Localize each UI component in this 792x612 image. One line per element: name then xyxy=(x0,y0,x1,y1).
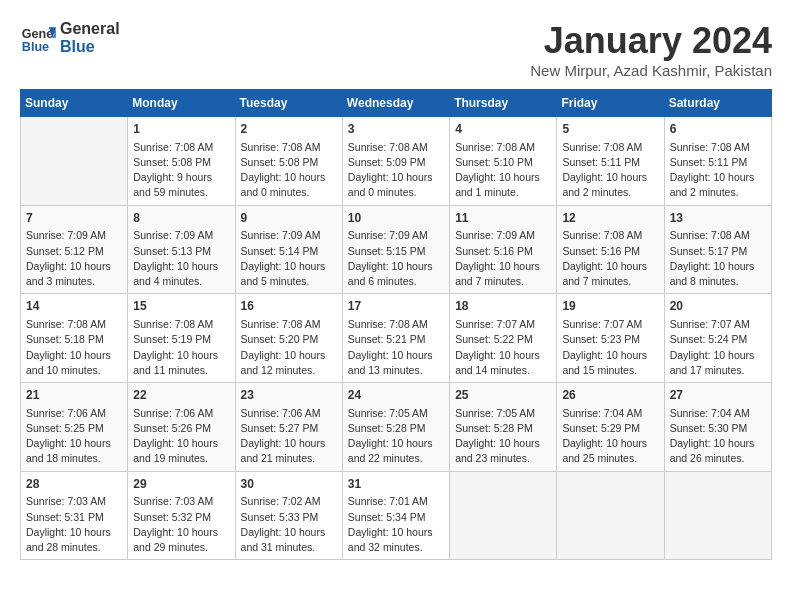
day-cell: 1Sunrise: 7:08 AM Sunset: 5:08 PM Daylig… xyxy=(128,117,235,206)
day-number: 4 xyxy=(455,121,551,138)
logo-blue: Blue xyxy=(60,38,120,56)
day-number: 10 xyxy=(348,210,444,227)
logo: General Blue General Blue xyxy=(20,20,120,56)
day-info: Sunrise: 7:08 AM Sunset: 5:20 PM Dayligh… xyxy=(241,317,337,378)
day-info: Sunrise: 7:06 AM Sunset: 5:26 PM Dayligh… xyxy=(133,406,229,467)
day-info: Sunrise: 7:09 AM Sunset: 5:15 PM Dayligh… xyxy=(348,228,444,289)
logo-icon: General Blue xyxy=(20,20,56,56)
day-number: 6 xyxy=(670,121,766,138)
day-number: 29 xyxy=(133,476,229,493)
day-info: Sunrise: 7:09 AM Sunset: 5:16 PM Dayligh… xyxy=(455,228,551,289)
logo-general: General xyxy=(60,20,120,38)
day-cell: 9Sunrise: 7:09 AM Sunset: 5:14 PM Daylig… xyxy=(235,205,342,294)
day-cell: 11Sunrise: 7:09 AM Sunset: 5:16 PM Dayli… xyxy=(450,205,557,294)
day-cell: 31Sunrise: 7:01 AM Sunset: 5:34 PM Dayli… xyxy=(342,471,449,560)
header-cell-thursday: Thursday xyxy=(450,90,557,117)
day-cell: 25Sunrise: 7:05 AM Sunset: 5:28 PM Dayli… xyxy=(450,383,557,472)
day-cell: 19Sunrise: 7:07 AM Sunset: 5:23 PM Dayli… xyxy=(557,294,664,383)
day-cell: 28Sunrise: 7:03 AM Sunset: 5:31 PM Dayli… xyxy=(21,471,128,560)
day-info: Sunrise: 7:02 AM Sunset: 5:33 PM Dayligh… xyxy=(241,494,337,555)
day-number: 26 xyxy=(562,387,658,404)
header-cell-tuesday: Tuesday xyxy=(235,90,342,117)
day-number: 30 xyxy=(241,476,337,493)
day-cell xyxy=(21,117,128,206)
day-info: Sunrise: 7:09 AM Sunset: 5:12 PM Dayligh… xyxy=(26,228,122,289)
day-cell: 10Sunrise: 7:09 AM Sunset: 5:15 PM Dayli… xyxy=(342,205,449,294)
day-cell: 30Sunrise: 7:02 AM Sunset: 5:33 PM Dayli… xyxy=(235,471,342,560)
location-subtitle: New Mirpur, Azad Kashmir, Pakistan xyxy=(530,62,772,79)
day-cell xyxy=(557,471,664,560)
day-number: 31 xyxy=(348,476,444,493)
day-cell: 12Sunrise: 7:08 AM Sunset: 5:16 PM Dayli… xyxy=(557,205,664,294)
title-block: January 2024 New Mirpur, Azad Kashmir, P… xyxy=(530,20,772,79)
day-number: 19 xyxy=(562,298,658,315)
day-number: 8 xyxy=(133,210,229,227)
day-info: Sunrise: 7:01 AM Sunset: 5:34 PM Dayligh… xyxy=(348,494,444,555)
svg-text:Blue: Blue xyxy=(22,40,49,54)
day-number: 22 xyxy=(133,387,229,404)
day-info: Sunrise: 7:05 AM Sunset: 5:28 PM Dayligh… xyxy=(348,406,444,467)
day-number: 23 xyxy=(241,387,337,404)
week-row-1: 1Sunrise: 7:08 AM Sunset: 5:08 PM Daylig… xyxy=(21,117,772,206)
day-number: 12 xyxy=(562,210,658,227)
header-cell-friday: Friday xyxy=(557,90,664,117)
calendar-table: SundayMondayTuesdayWednesdayThursdayFrid… xyxy=(20,89,772,560)
day-cell: 20Sunrise: 7:07 AM Sunset: 5:24 PM Dayli… xyxy=(664,294,771,383)
day-number: 16 xyxy=(241,298,337,315)
day-info: Sunrise: 7:08 AM Sunset: 5:11 PM Dayligh… xyxy=(562,140,658,201)
day-info: Sunrise: 7:03 AM Sunset: 5:32 PM Dayligh… xyxy=(133,494,229,555)
day-number: 21 xyxy=(26,387,122,404)
day-cell: 26Sunrise: 7:04 AM Sunset: 5:29 PM Dayli… xyxy=(557,383,664,472)
day-cell: 4Sunrise: 7:08 AM Sunset: 5:10 PM Daylig… xyxy=(450,117,557,206)
day-number: 24 xyxy=(348,387,444,404)
day-number: 25 xyxy=(455,387,551,404)
header-cell-monday: Monday xyxy=(128,90,235,117)
day-info: Sunrise: 7:08 AM Sunset: 5:08 PM Dayligh… xyxy=(241,140,337,201)
day-cell: 13Sunrise: 7:08 AM Sunset: 5:17 PM Dayli… xyxy=(664,205,771,294)
day-cell: 24Sunrise: 7:05 AM Sunset: 5:28 PM Dayli… xyxy=(342,383,449,472)
day-number: 15 xyxy=(133,298,229,315)
day-cell: 8Sunrise: 7:09 AM Sunset: 5:13 PM Daylig… xyxy=(128,205,235,294)
day-number: 9 xyxy=(241,210,337,227)
day-number: 7 xyxy=(26,210,122,227)
day-info: Sunrise: 7:08 AM Sunset: 5:18 PM Dayligh… xyxy=(26,317,122,378)
header-cell-sunday: Sunday xyxy=(21,90,128,117)
day-info: Sunrise: 7:06 AM Sunset: 5:25 PM Dayligh… xyxy=(26,406,122,467)
header-cell-wednesday: Wednesday xyxy=(342,90,449,117)
day-info: Sunrise: 7:07 AM Sunset: 5:24 PM Dayligh… xyxy=(670,317,766,378)
day-cell: 29Sunrise: 7:03 AM Sunset: 5:32 PM Dayli… xyxy=(128,471,235,560)
week-row-5: 28Sunrise: 7:03 AM Sunset: 5:31 PM Dayli… xyxy=(21,471,772,560)
day-info: Sunrise: 7:08 AM Sunset: 5:16 PM Dayligh… xyxy=(562,228,658,289)
week-row-4: 21Sunrise: 7:06 AM Sunset: 5:25 PM Dayli… xyxy=(21,383,772,472)
day-cell: 3Sunrise: 7:08 AM Sunset: 5:09 PM Daylig… xyxy=(342,117,449,206)
day-cell: 16Sunrise: 7:08 AM Sunset: 5:20 PM Dayli… xyxy=(235,294,342,383)
day-number: 18 xyxy=(455,298,551,315)
day-info: Sunrise: 7:08 AM Sunset: 5:21 PM Dayligh… xyxy=(348,317,444,378)
week-row-2: 7Sunrise: 7:09 AM Sunset: 5:12 PM Daylig… xyxy=(21,205,772,294)
day-info: Sunrise: 7:04 AM Sunset: 5:30 PM Dayligh… xyxy=(670,406,766,467)
day-cell: 23Sunrise: 7:06 AM Sunset: 5:27 PM Dayli… xyxy=(235,383,342,472)
day-info: Sunrise: 7:07 AM Sunset: 5:23 PM Dayligh… xyxy=(562,317,658,378)
day-info: Sunrise: 7:07 AM Sunset: 5:22 PM Dayligh… xyxy=(455,317,551,378)
day-number: 20 xyxy=(670,298,766,315)
page-header: General Blue General Blue January 2024 N… xyxy=(20,20,772,79)
header-cell-saturday: Saturday xyxy=(664,90,771,117)
week-row-3: 14Sunrise: 7:08 AM Sunset: 5:18 PM Dayli… xyxy=(21,294,772,383)
day-cell: 6Sunrise: 7:08 AM Sunset: 5:11 PM Daylig… xyxy=(664,117,771,206)
day-number: 17 xyxy=(348,298,444,315)
day-info: Sunrise: 7:08 AM Sunset: 5:11 PM Dayligh… xyxy=(670,140,766,201)
day-cell: 22Sunrise: 7:06 AM Sunset: 5:26 PM Dayli… xyxy=(128,383,235,472)
day-number: 3 xyxy=(348,121,444,138)
day-cell: 27Sunrise: 7:04 AM Sunset: 5:30 PM Dayli… xyxy=(664,383,771,472)
day-number: 13 xyxy=(670,210,766,227)
calendar-header: SundayMondayTuesdayWednesdayThursdayFrid… xyxy=(21,90,772,117)
day-cell: 14Sunrise: 7:08 AM Sunset: 5:18 PM Dayli… xyxy=(21,294,128,383)
day-info: Sunrise: 7:04 AM Sunset: 5:29 PM Dayligh… xyxy=(562,406,658,467)
day-info: Sunrise: 7:08 AM Sunset: 5:08 PM Dayligh… xyxy=(133,140,229,201)
calendar-body: 1Sunrise: 7:08 AM Sunset: 5:08 PM Daylig… xyxy=(21,117,772,560)
day-info: Sunrise: 7:08 AM Sunset: 5:10 PM Dayligh… xyxy=(455,140,551,201)
day-cell: 21Sunrise: 7:06 AM Sunset: 5:25 PM Dayli… xyxy=(21,383,128,472)
month-title: January 2024 xyxy=(530,20,772,62)
day-number: 14 xyxy=(26,298,122,315)
day-info: Sunrise: 7:08 AM Sunset: 5:17 PM Dayligh… xyxy=(670,228,766,289)
